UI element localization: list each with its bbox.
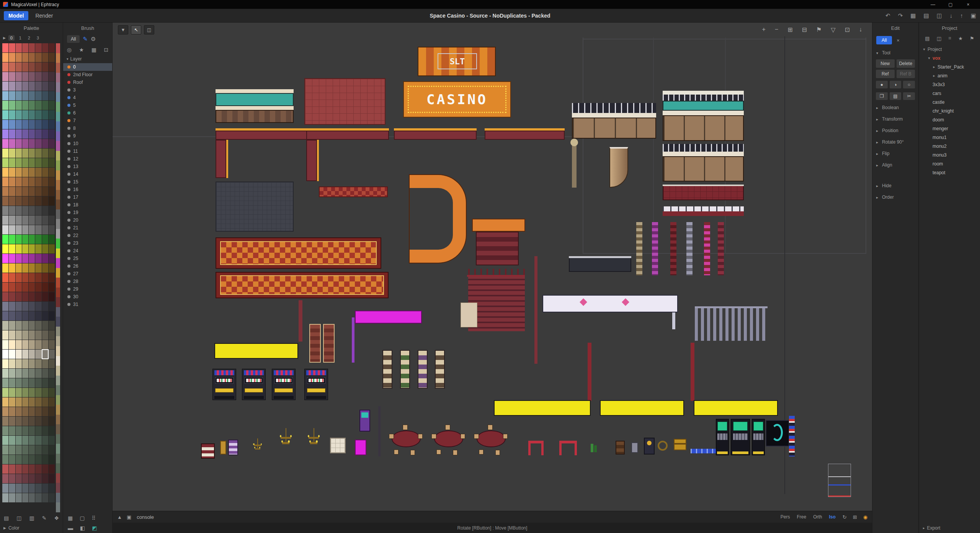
palette-swatch[interactable] — [29, 244, 35, 253]
layer-visibility-dot[interactable] — [67, 73, 70, 76]
layer-item-30[interactable]: 30 — [63, 293, 112, 301]
palette-swatch[interactable] — [2, 187, 8, 196]
palette-swatch[interactable] — [29, 139, 35, 148]
palette-swatch[interactable] — [16, 129, 22, 139]
palette-swatch[interactable] — [9, 82, 15, 91]
palette-swatch[interactable] — [22, 455, 28, 464]
palette-swatch[interactable] — [2, 120, 8, 129]
palette-swatch[interactable] — [49, 445, 55, 455]
layer-visibility-dot[interactable] — [67, 134, 70, 137]
palette-swatch[interactable] — [42, 62, 48, 72]
palette-swatch[interactable] — [16, 139, 22, 148]
palette-swatch[interactable] — [29, 187, 35, 196]
palette-swatch[interactable] — [2, 101, 8, 110]
palette-swatch[interactable] — [16, 493, 22, 502]
palette-swatch[interactable] — [2, 283, 8, 292]
palette-swatch[interactable] — [29, 62, 35, 72]
edit-group-boolean[interactable]: ▸Boolean — [872, 102, 918, 113]
palette-swatch[interactable] — [22, 216, 28, 225]
maximize-button[interactable]: ▢ — [942, 2, 959, 7]
palette-swatch[interactable] — [35, 340, 41, 349]
flag-icon[interactable]: ⚑ — [816, 26, 822, 33]
palette-swatch[interactable] — [29, 149, 35, 158]
palette-swatch[interactable] — [22, 149, 28, 158]
palette-swatch[interactable] — [42, 426, 48, 435]
palette-swatch[interactable] — [2, 445, 8, 455]
palette-swatch[interactable] — [35, 62, 41, 72]
palette-swatch[interactable] — [35, 484, 41, 493]
palette-swatch[interactable] — [2, 397, 8, 407]
palette-swatch[interactable] — [35, 72, 41, 81]
palette-swatch[interactable] — [35, 321, 41, 330]
palette-swatch[interactable] — [2, 206, 8, 215]
palette-swatch[interactable] — [42, 196, 48, 206]
palette-swatch[interactable] — [16, 263, 22, 273]
view-dropdown[interactable]: ▼ — [118, 25, 128, 34]
palette-swatch[interactable] — [49, 139, 55, 148]
palette-swatch[interactable] — [2, 235, 8, 244]
project-item-3x3x3[interactable]: 3x3x3 — [919, 80, 980, 89]
palette-swatch[interactable] — [22, 417, 28, 426]
palette-swatch[interactable] — [22, 378, 28, 387]
project-item-menger[interactable]: menger — [919, 124, 980, 133]
save-icon[interactable]: ◫ — [937, 12, 942, 19]
layer-visibility-dot[interactable] — [67, 211, 70, 214]
layer-item-18[interactable]: 18 — [63, 201, 112, 209]
palette-swatch[interactable] — [29, 263, 35, 273]
layer-item-3[interactable]: 3 — [63, 86, 112, 94]
palette-swatch[interactable] — [16, 177, 22, 186]
palette-swatch[interactable] — [49, 436, 55, 445]
palette-swatch[interactable] — [9, 53, 15, 62]
model-icon[interactable]: ◫ — [937, 36, 941, 41]
palette-swatch[interactable] — [29, 177, 35, 186]
palette-swatch[interactable] — [22, 206, 28, 215]
gear-icon[interactable]: ⚙ — [91, 36, 96, 43]
palette-swatch[interactable] — [42, 82, 48, 91]
palette-swatch[interactable] — [49, 378, 55, 387]
palette-swatch[interactable] — [16, 235, 22, 244]
palette-swatch[interactable] — [29, 445, 35, 455]
palette-swatch[interactable] — [9, 244, 15, 253]
open-palette-icon[interactable]: ▤ — [4, 515, 9, 521]
project-item-room[interactable]: room — [919, 159, 980, 168]
palette-swatch[interactable] — [9, 369, 15, 378]
tool-button-ref[interactable]: Ref — [876, 70, 895, 78]
palette-swatch[interactable] — [49, 464, 55, 474]
palette-swatch[interactable] — [49, 407, 55, 416]
palette-swatch[interactable] — [42, 445, 48, 455]
palette-swatch[interactable] — [9, 407, 15, 416]
palette-swatch[interactable] — [22, 292, 28, 301]
palette-swatch[interactable] — [42, 464, 48, 474]
palette-swatch[interactable] — [35, 330, 41, 340]
palette-swatch[interactable] — [42, 378, 48, 387]
palette-swatch[interactable] — [49, 292, 55, 301]
edit-group-transform[interactable]: ▸Transform — [872, 113, 918, 125]
palette-swatch[interactable] — [29, 82, 35, 91]
palette-swatch[interactable] — [42, 388, 48, 397]
palette-swatch[interactable] — [49, 177, 55, 186]
layer-visibility-dot[interactable] — [67, 288, 70, 291]
layer-item-8[interactable]: 8 — [63, 124, 112, 132]
palette-swatch[interactable] — [42, 283, 48, 292]
palette-swatch[interactable] — [42, 235, 48, 244]
palette-swatch[interactable] — [35, 216, 41, 225]
zoom-out-icon[interactable]: − — [775, 26, 778, 33]
palette-swatch[interactable] — [16, 110, 22, 119]
palette-swatch[interactable] — [2, 196, 8, 206]
palette-swatch[interactable] — [22, 330, 28, 340]
palette-swatch[interactable] — [2, 436, 8, 445]
expand-icon[interactable]: ⊡ — [104, 47, 108, 53]
edit-group-order[interactable]: ▸Order — [872, 191, 918, 203]
close-button[interactable]: × — [959, 2, 977, 7]
palette-swatch[interactable] — [35, 235, 41, 244]
layer-item-0[interactable]: 0 — [63, 63, 112, 71]
palette-swatch[interactable] — [35, 273, 41, 282]
palette-swatch[interactable] — [49, 474, 55, 483]
palette-swatch[interactable] — [42, 330, 48, 340]
palette-swatch[interactable] — [42, 206, 48, 215]
palette-swatch[interactable] — [35, 196, 41, 206]
palette-swatch[interactable] — [49, 340, 55, 349]
palette-swatch[interactable] — [16, 244, 22, 253]
palette-swatch[interactable] — [9, 72, 15, 81]
palette-swatch[interactable] — [22, 436, 28, 445]
